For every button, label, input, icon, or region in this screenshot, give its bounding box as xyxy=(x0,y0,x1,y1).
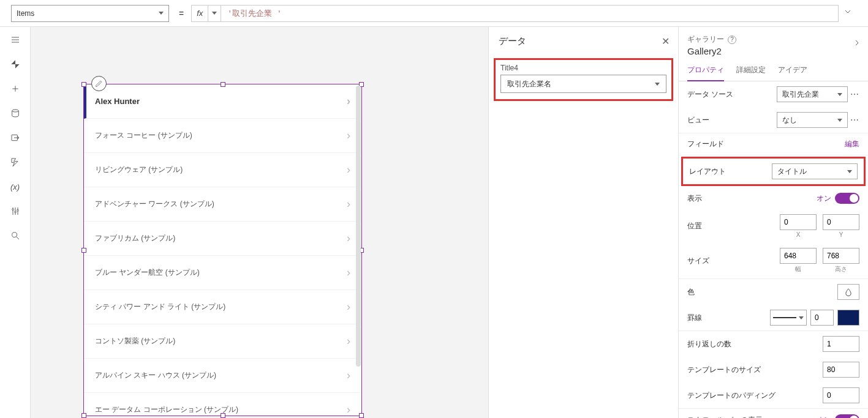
resize-handle[interactable] xyxy=(221,82,225,87)
list-item[interactable]: ファブリカム (サンプル)› xyxy=(84,222,361,256)
prop-label: フィールド xyxy=(687,139,724,149)
chevron-right-icon: › xyxy=(347,95,350,108)
list-item-title: アドベンチャー ワークス (サンプル) xyxy=(95,199,214,209)
hamburger-icon[interactable] xyxy=(10,34,21,45)
size-height-input[interactable] xyxy=(823,248,859,264)
chevron-right-icon: › xyxy=(347,198,350,211)
resize-handle[interactable] xyxy=(81,82,86,87)
prop-label: データ ソース xyxy=(687,89,733,100)
datasource-dropdown[interactable]: 取引先企業 xyxy=(777,86,848,102)
advanced-tools-icon[interactable] xyxy=(10,206,21,217)
properties-pane: ギャラリー ? Gallery2 プロパティ 詳細設定 アイデア データ ソース… xyxy=(678,27,868,418)
list-item-title: アルパイン スキー ハウス (サンプル) xyxy=(95,370,216,381)
more-options-icon[interactable]: ⋯ xyxy=(850,115,859,125)
color-picker[interactable] xyxy=(837,284,859,300)
list-item[interactable]: アドベンチャー ワークス (サンプル)› xyxy=(84,187,361,222)
property-dropdown[interactable]: Items xyxy=(11,5,169,22)
power-automate-icon[interactable] xyxy=(10,157,21,168)
border-color-picker[interactable] xyxy=(837,310,859,326)
edit-fields-link[interactable]: 編集 xyxy=(845,139,859,149)
prop-label: サイズ xyxy=(687,256,709,266)
border-style-dropdown[interactable] xyxy=(770,310,807,326)
expand-formula-button[interactable] xyxy=(839,7,857,20)
view-dropdown[interactable]: なし xyxy=(777,112,848,128)
close-icon[interactable]: ✕ xyxy=(662,35,670,47)
gallery-control[interactable]: Alex Hunter›フォース コーヒー (サンプル)›リビングウェア (サン… xyxy=(83,84,362,416)
property-dropdown-label: Items xyxy=(17,9,34,18)
data-pane-title: データ xyxy=(499,35,526,47)
tab-properties[interactable]: プロパティ xyxy=(687,65,724,81)
canvas[interactable]: Alex Hunter›フォース コーヒー (サンプル)›リビングウェア (サン… xyxy=(31,27,488,418)
formula-input[interactable] xyxy=(221,6,838,21)
media-icon[interactable] xyxy=(10,132,21,143)
variables-icon[interactable]: (x) xyxy=(10,181,21,192)
prop-label: 色 xyxy=(687,287,695,297)
list-item[interactable]: フォース コーヒー (サンプル)› xyxy=(84,119,361,153)
border-width-input[interactable] xyxy=(810,310,834,326)
data-icon[interactable] xyxy=(10,108,21,119)
list-item-title: フォース コーヒー (サンプル) xyxy=(95,130,192,141)
chevron-down-icon xyxy=(212,12,217,15)
templatepadding-input[interactable] xyxy=(823,387,859,403)
chevron-down-icon xyxy=(655,83,660,86)
list-item-title: エー データム コーポレーション (サンプル) xyxy=(95,405,238,415)
templatesize-input[interactable] xyxy=(823,362,859,378)
list-item-title: ファブリカム (サンプル) xyxy=(95,233,175,244)
resize-handle[interactable] xyxy=(359,413,364,418)
prop-label: テンプレートのサイズ xyxy=(687,365,761,375)
insert-icon[interactable] xyxy=(10,83,21,94)
help-icon[interactable]: ? xyxy=(728,35,736,44)
list-item[interactable]: シティ パワー アンド ライト (サンプル)› xyxy=(84,290,361,324)
chevron-down-icon xyxy=(847,170,852,173)
chevron-down-icon xyxy=(837,93,842,96)
equals-sign: = xyxy=(179,9,184,18)
layout-dropdown[interactable]: タイトル xyxy=(772,163,858,179)
edit-pencil-icon[interactable] xyxy=(91,76,107,91)
toggle-on-label: オン xyxy=(817,415,831,419)
size-width-input[interactable] xyxy=(780,248,817,264)
list-item[interactable]: Alex Hunter› xyxy=(84,84,361,119)
prop-label: ビュー xyxy=(687,115,709,125)
tab-ideas[interactable]: アイデア xyxy=(778,65,807,81)
list-item[interactable]: コントソ製薬 (サンプル)› xyxy=(84,324,361,359)
position-x-input[interactable] xyxy=(780,214,817,230)
prop-label: 折り返しの数 xyxy=(687,339,731,349)
resize-handle[interactable] xyxy=(81,413,86,418)
expand-pane-icon[interactable] xyxy=(852,38,862,51)
prop-label: 罫線 xyxy=(687,313,702,323)
chevron-right-icon: › xyxy=(347,129,350,142)
list-item[interactable]: リビングウェア (サンプル)› xyxy=(84,153,361,187)
chevron-right-icon: › xyxy=(347,300,350,313)
prop-label: レイアウト xyxy=(689,166,726,177)
tree-view-icon[interactable] xyxy=(10,59,21,70)
tab-advanced[interactable]: 詳細設定 xyxy=(736,65,766,81)
position-y-input[interactable] xyxy=(823,214,859,230)
chevron-down-icon xyxy=(159,12,164,15)
chevron-down-icon xyxy=(843,7,853,17)
svg-point-10 xyxy=(12,233,17,237)
more-options-icon[interactable]: ⋯ xyxy=(850,89,859,99)
resize-handle[interactable] xyxy=(81,248,86,253)
list-item-title: Alex Hunter xyxy=(95,97,140,106)
highlighted-field-box: Title4 取引先企業名 xyxy=(494,58,673,101)
scrollbar-toggle[interactable] xyxy=(835,414,859,418)
field-binding-dropdown[interactable]: 取引先企業名 xyxy=(500,75,666,93)
search-icon[interactable] xyxy=(10,230,21,241)
svg-point-5 xyxy=(12,110,18,112)
resize-handle[interactable] xyxy=(221,413,225,418)
formula-container: fx xyxy=(191,5,839,22)
chevron-down-icon xyxy=(837,119,842,122)
visible-toggle[interactable] xyxy=(835,193,859,204)
list-item[interactable]: ブルー ヤンダー航空 (サンプル)› xyxy=(84,256,361,290)
chevron-right-icon: › xyxy=(347,335,350,348)
list-item-title: リビングウェア (サンプル) xyxy=(95,165,183,175)
control-name[interactable]: Gallery2 xyxy=(687,46,859,56)
fx-dropdown[interactable] xyxy=(208,6,221,21)
svg-point-8 xyxy=(14,211,16,213)
prop-label: 位置 xyxy=(687,221,702,231)
wrapcount-input[interactable] xyxy=(823,336,859,352)
svg-point-7 xyxy=(12,209,13,211)
gallery-scrollbar[interactable] xyxy=(356,86,361,367)
field-name-label: Title4 xyxy=(500,64,666,72)
list-item[interactable]: アルパイン スキー ハウス (サンプル)› xyxy=(84,359,361,393)
